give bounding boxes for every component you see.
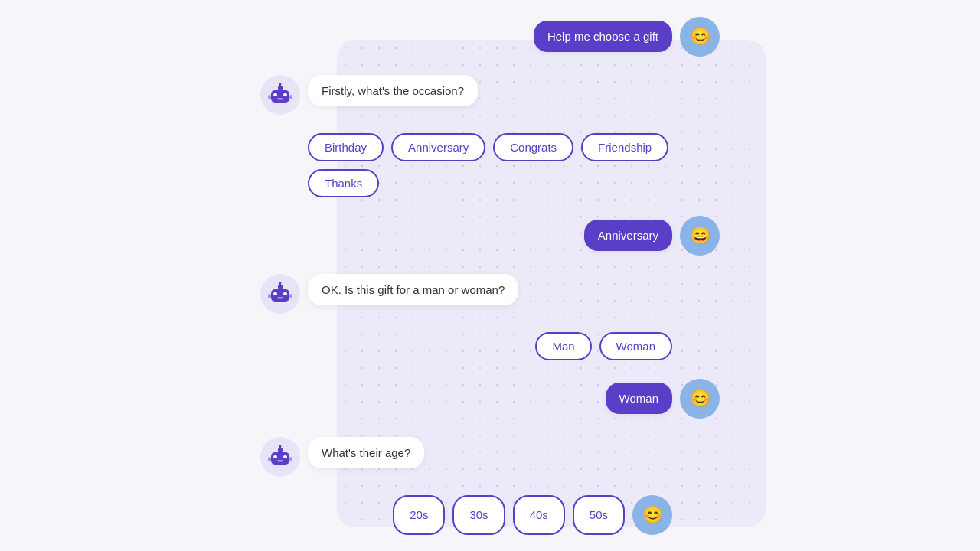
svg-rect-26 xyxy=(289,457,292,461)
user-message-row-3: Woman 😊 xyxy=(260,379,720,419)
svg-rect-12 xyxy=(277,297,283,299)
svg-rect-10 xyxy=(273,292,277,295)
user-bubble-1: Help me choose a gift xyxy=(534,21,672,52)
svg-rect-21 xyxy=(277,460,283,462)
option-congrats[interactable]: Congrats xyxy=(493,133,573,161)
user-bubble-2: Anniversary xyxy=(584,220,672,251)
user-avatar-4: 😊 xyxy=(632,495,672,535)
svg-rect-18 xyxy=(271,452,289,465)
svg-rect-17 xyxy=(289,294,292,298)
svg-rect-2 xyxy=(283,93,287,96)
option-thanks[interactable]: Thanks xyxy=(308,169,379,197)
gender-options: Man Woman xyxy=(260,332,672,360)
user-message-row-1: Help me choose a gift 😊 xyxy=(260,17,720,57)
option-woman[interactable]: Woman xyxy=(599,332,672,360)
bot-avatar-2 xyxy=(260,274,300,314)
option-50s[interactable]: 50s xyxy=(573,495,625,535)
svg-point-6 xyxy=(279,83,282,85)
occasion-options: Birthday Anniversary Congrats Friendship… xyxy=(308,133,720,197)
svg-rect-1 xyxy=(273,93,277,96)
robot-icon-1 xyxy=(266,81,294,109)
bot-bubble-1: Firstly, what's the occasion? xyxy=(308,75,478,106)
bot-avatar-1 xyxy=(260,75,300,115)
user-text-3: Woman xyxy=(619,392,658,405)
robot-icon-3 xyxy=(266,443,294,471)
user-avatar-1: 😊 xyxy=(680,17,720,57)
svg-point-24 xyxy=(279,445,282,447)
svg-rect-0 xyxy=(271,90,289,103)
svg-rect-16 xyxy=(268,294,271,298)
option-man[interactable]: Man xyxy=(535,332,591,360)
svg-rect-19 xyxy=(273,455,277,458)
user-text-1: Help me choose a gift xyxy=(547,30,658,43)
svg-rect-11 xyxy=(283,292,287,295)
user-text-2: Anniversary xyxy=(598,229,658,242)
bot-bubble-3: What's their age? xyxy=(308,437,424,468)
chat-container: Help me choose a gift 😊 xyxy=(260,2,720,550)
bot-text-2: OK. Is this gift for a man or woman? xyxy=(322,283,505,296)
option-40s[interactable]: 40s xyxy=(513,495,565,535)
bot-row-2: OK. Is this gift for a man or woman? xyxy=(260,274,720,314)
user-bubble-3: Woman xyxy=(606,383,672,414)
option-birthday[interactable]: Birthday xyxy=(308,133,384,161)
bot-avatar-3 xyxy=(260,437,300,477)
svg-rect-25 xyxy=(268,457,271,461)
user-avatar-3: 😊 xyxy=(680,379,720,419)
bot-row-3: What's their age? xyxy=(260,437,720,477)
option-friendship[interactable]: Friendship xyxy=(581,133,668,161)
user-avatar-2: 😄 xyxy=(680,216,720,256)
svg-rect-9 xyxy=(271,289,289,302)
svg-rect-3 xyxy=(277,98,283,100)
bot-row-1: Firstly, what's the occasion? xyxy=(260,75,720,115)
svg-rect-8 xyxy=(289,95,292,99)
svg-rect-7 xyxy=(268,95,271,99)
age-options: 20s 30s 40s 50s 😊 xyxy=(260,495,672,535)
svg-point-15 xyxy=(279,282,282,284)
option-30s[interactable]: 30s xyxy=(452,495,505,535)
option-anniversary[interactable]: Anniversary xyxy=(391,133,485,161)
bot-text-3: What's their age? xyxy=(322,446,410,459)
svg-rect-20 xyxy=(283,455,287,458)
user-message-row-2: Anniversary 😄 xyxy=(260,216,720,256)
chat-messages: Help me choose a gift 😊 xyxy=(260,17,720,535)
bot-text-1: Firstly, what's the occasion? xyxy=(322,84,464,97)
robot-icon-2 xyxy=(266,280,294,308)
option-20s[interactable]: 20s xyxy=(393,495,445,535)
bot-bubble-2: OK. Is this gift for a man or woman? xyxy=(308,274,518,305)
